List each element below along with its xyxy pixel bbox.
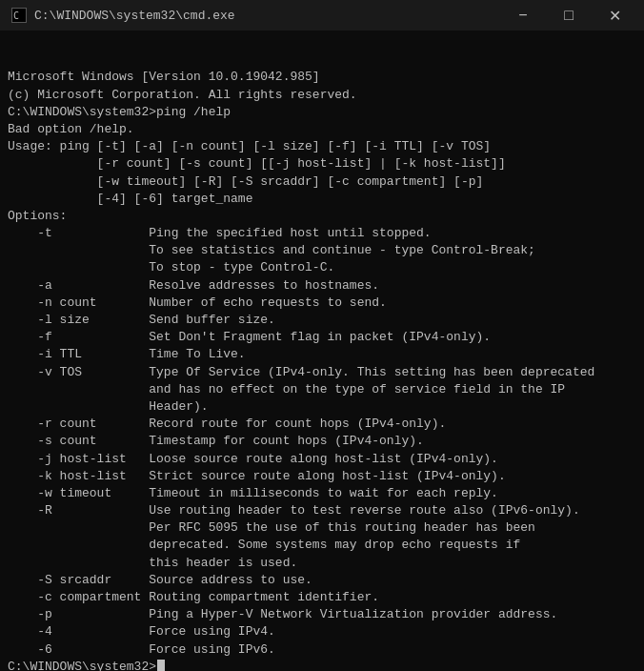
minimize-button[interactable]: − — [501, 0, 545, 30]
svg-text:C: C — [13, 10, 19, 21]
console-line: this header is used. — [8, 555, 636, 572]
console-line: Bad option /help. — [8, 121, 636, 138]
console-line: -j host-list Loose source route along ho… — [8, 451, 636, 468]
console-line: -r count Record route for count hops (IP… — [8, 416, 636, 433]
console-line: C:\WINDOWS\system32>ping /help — [8, 104, 636, 121]
console-line: -t Ping the specified host until stopped… — [8, 225, 636, 242]
console-line: To see statistics and continue - type Co… — [8, 242, 636, 259]
close-button[interactable]: ✕ — [593, 0, 636, 30]
console-line: [-r count] [-s count] [[-j host-list] | … — [8, 155, 636, 173]
console-line: Microsoft Windows [Version 10.0.19042.98… — [8, 69, 636, 86]
console-line: [-w timeout] [-R] [-S srcaddr] [-c compa… — [8, 173, 636, 191]
window-title: C:\WINDOWS\system32\cmd.exe — [34, 9, 235, 23]
console-line: and has no effect on the type of service… — [8, 381, 636, 398]
console-output[interactable]: Microsoft Windows [Version 10.0.19042.98… — [0, 30, 644, 671]
console-line: C:\WINDOWS\system32> — [8, 659, 636, 671]
console-line: -n count Number of echo requests to send… — [8, 295, 636, 312]
console-line: -k host-list Strict source route along h… — [8, 468, 636, 485]
console-line: Options: — [8, 208, 636, 225]
console-line: To stop - type Control-C. — [8, 259, 636, 276]
console-line: -R Use routing header to test reverse ro… — [8, 502, 636, 519]
console-line: -p Ping a Hyper-V Network Virtualization… — [8, 606, 636, 623]
console-line: -a Resolve addresses to hostnames. — [8, 277, 636, 295]
console-line: Header). — [8, 398, 636, 416]
cmd-icon: C — [11, 8, 27, 23]
title-bar: C C:\WINDOWS\system32\cmd.exe − □ ✕ — [0, 0, 644, 30]
console-line: deprecated. Some systems may drop echo r… — [8, 537, 636, 554]
window-controls: − □ ✕ — [501, 0, 636, 30]
console-line: -c compartment Routing compartment ident… — [8, 589, 636, 606]
cursor — [157, 660, 165, 671]
title-bar-left: C C:\WINDOWS\system32\cmd.exe — [11, 8, 235, 23]
maximize-button[interactable]: □ — [547, 0, 591, 30]
console-area: Microsoft Windows [Version 10.0.19042.98… — [0, 30, 644, 671]
console-line: -f Set Don't Fragment flag in packet (IP… — [8, 329, 636, 346]
console-line: -v TOS Type Of Service (IPv4-only. This … — [8, 364, 636, 381]
console-line: -s count Timestamp for count hops (IPv4-… — [8, 433, 636, 450]
console-line: -l size Send buffer size. — [8, 312, 636, 329]
console-line: -6 Force using IPv6. — [8, 641, 636, 659]
console-line: -4 Force using IPv4. — [8, 623, 636, 640]
console-line: Usage: ping [-t] [-a] [-n count] [-l siz… — [8, 138, 636, 155]
console-line: (c) Microsoft Corporation. All rights re… — [8, 87, 636, 104]
console-line: Per RFC 5095 the use of this routing hea… — [8, 519, 636, 537]
cmd-window: C C:\WINDOWS\system32\cmd.exe − □ ✕ Micr… — [0, 0, 644, 671]
console-line: -w timeout Timeout in milliseconds to wa… — [8, 485, 636, 502]
console-line: -S srcaddr Source address to use. — [8, 572, 636, 589]
console-line: [-4] [-6] target_name — [8, 191, 636, 208]
console-line: -i TTL Time To Live. — [8, 346, 636, 363]
